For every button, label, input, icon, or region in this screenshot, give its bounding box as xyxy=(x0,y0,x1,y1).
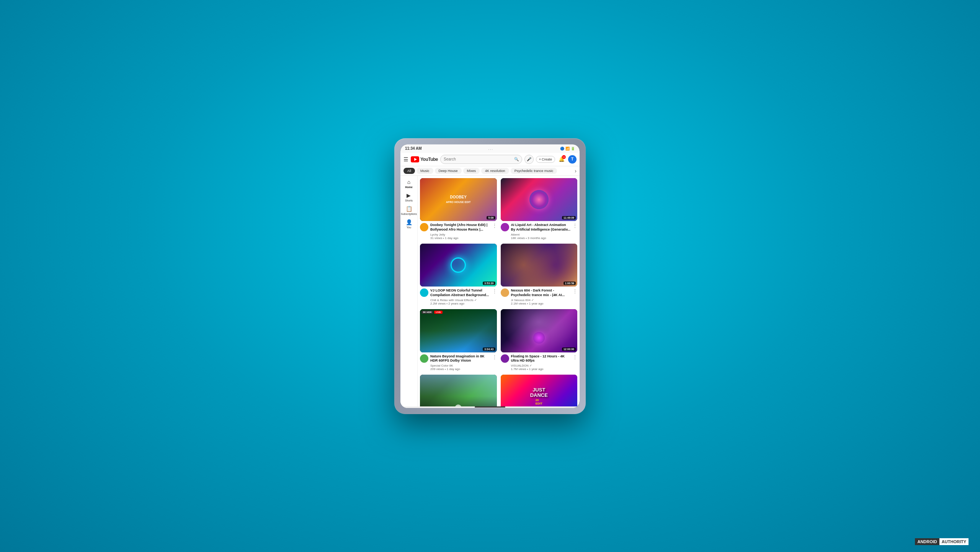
video-card-3[interactable]: 3:53:20 VJ LOOP NEON Colorful Tunnel Com… xyxy=(420,244,497,305)
bottom-bar xyxy=(400,406,580,408)
video-duration-1: 5:08 xyxy=(487,216,495,219)
subscriptions-icon: 📋 xyxy=(406,206,412,212)
create-button[interactable]: + Create xyxy=(536,156,555,163)
video-card-6[interactable]: 12:00:00 Floating In Space - 12 Hours - … xyxy=(501,309,578,371)
video-stats-3: 2.2M views • 2 years ago xyxy=(430,302,490,305)
sidebar-item-shorts[interactable]: ▶ Shorts xyxy=(405,192,413,202)
mic-button[interactable]: 🎤 xyxy=(524,155,534,164)
youtube-logo-icon xyxy=(411,156,419,162)
video-info-6: Floating In Space - 12 Hours - 4K Ultra … xyxy=(501,352,578,371)
filter-chip-mixes[interactable]: Mixes xyxy=(463,168,480,174)
video-more-1[interactable]: ⋮ xyxy=(492,223,497,228)
video-stats-1: 31 views • 1 day ago xyxy=(430,236,490,240)
watermark-android: ANDROID xyxy=(915,538,939,545)
thumb-image-8: JUSTDANCE 20EDIT xyxy=(501,375,578,406)
you-icon: 👤 xyxy=(406,219,412,225)
sidebar-label-subscriptions: Subscriptions xyxy=(401,213,417,215)
sidebar-item-home[interactable]: ⌂ Home xyxy=(405,179,412,188)
channel-avatar-4 xyxy=(501,288,509,297)
search-bar[interactable]: 🔍 xyxy=(440,155,522,164)
video-thumbnail-7: 7:13:45 xyxy=(420,375,497,406)
video-channel-6: VISUALDON ✓ xyxy=(511,364,571,367)
video-duration-2: 11:49:09 xyxy=(562,216,576,219)
mic-icon: 🎤 xyxy=(527,157,531,161)
video-card-8[interactable]: JUSTDANCE 20EDIT Just Dance 2020 Best Hi… xyxy=(501,375,578,406)
watermark-authority: AUTHORITY xyxy=(939,538,969,545)
video-grid: DOOBEYAFRO HOUSE EDIT 5:08 Doobey Tonigh… xyxy=(418,176,580,406)
video-info-4: Nexxus 604 - Dark Forest - Psychedelic t… xyxy=(501,287,578,305)
video-stats-5: 209 views • 1 day ago xyxy=(430,367,490,371)
video-card-1[interactable]: DOOBEYAFRO HOUSE EDIT 5:08 Doobey Tonigh… xyxy=(420,178,497,240)
video-title-2: AI Liquid Art - Abstract Animation By Ar… xyxy=(511,223,571,232)
video-info-2: AI Liquid Art - Abstract Animation By Ar… xyxy=(501,221,578,239)
filter-chip-music[interactable]: Music xyxy=(416,168,433,174)
plus-icon: + xyxy=(539,157,541,161)
thumb-image-6 xyxy=(501,309,578,352)
video-card-7[interactable]: 7:13:45 Outdoor DJ Set at Glass Greenhou… xyxy=(420,375,497,406)
video-thumbnail-4: 1:00:58 xyxy=(501,244,578,287)
youtube-app: ☰ YouTube 🔍 🎤 + Create 🔔 xyxy=(400,153,580,408)
filter-chip-4k[interactable]: 4K resolution xyxy=(481,168,509,174)
thumb-image-2 xyxy=(501,178,578,221)
video-channel-4: Jr Nexxus 604 ✓ xyxy=(511,298,571,302)
channel-avatar-5 xyxy=(420,354,428,363)
video-thumbnail-2: 11:49:09 xyxy=(501,178,578,221)
filter-more-icon[interactable]: › xyxy=(575,168,577,174)
sidebar-label-shorts: Shorts xyxy=(405,199,413,202)
video-more-6[interactable]: ⋮ xyxy=(573,354,577,360)
video-channel-5: Special Color 8K xyxy=(430,364,490,367)
video-card-5[interactable]: 8K HDR LIVE 3:04:43 Nature Beyond Imagin… xyxy=(420,309,497,371)
user-avatar[interactable]: T xyxy=(568,155,577,164)
video-more-2[interactable]: ⋮ xyxy=(573,223,577,228)
filter-chips-bar: All Music Deep House Mixes 4K resolution… xyxy=(400,166,580,176)
video-stats-4: 2.1M views • 1 year ago xyxy=(511,302,571,305)
video-meta-5: Nature Beyond Imagination in 8K HDR 60FP… xyxy=(430,354,490,371)
video-more-5[interactable]: ⋮ xyxy=(492,354,497,360)
video-meta-4: Nexxus 604 - Dark Forest - Psychedelic t… xyxy=(511,288,571,305)
channel-avatar-3 xyxy=(420,288,428,297)
video-meta-3: VJ LOOP NEON Colorful Tunnel Compilation… xyxy=(430,288,490,305)
channel-avatar-6 xyxy=(501,354,509,363)
video-duration-3: 3:53:20 xyxy=(483,282,495,285)
status-icons: 🔵 📶 🔋 xyxy=(560,147,575,151)
video-title-1: Doobey Tonight (Afro House Edit) | Bolly… xyxy=(430,223,490,232)
status-time: 11:34 AM xyxy=(405,146,422,151)
thumb-image-5: 8K HDR LIVE xyxy=(420,309,497,352)
video-title-6: Floating In Space - 12 Hours - 4K Ultra … xyxy=(511,354,571,363)
video-thumbnail-6: 12:00:00 xyxy=(501,309,578,352)
video-title-5: Nature Beyond Imagination in 8K HDR 60FP… xyxy=(430,354,490,363)
menu-icon[interactable]: ☰ xyxy=(403,156,408,162)
sidebar-item-subscriptions[interactable]: 📋 Subscriptions xyxy=(401,206,417,215)
video-meta-2: AI Liquid Art - Abstract Animation By Ar… xyxy=(511,223,571,239)
video-stats-2: 18K views • 3 months ago xyxy=(511,236,571,240)
youtube-logo[interactable]: YouTube xyxy=(411,156,438,162)
filter-chip-deep-house[interactable]: Deep House xyxy=(435,168,462,174)
filter-chip-psychedelic[interactable]: Psychedelic trance music xyxy=(511,168,557,174)
thumb-image-1: DOOBEYAFRO HOUSE EDIT xyxy=(420,178,497,221)
notifications-button[interactable]: 🔔 13 xyxy=(557,155,566,164)
video-thumbnail-3: 3:53:20 xyxy=(420,244,497,287)
video-duration-4: 1:00:58 xyxy=(564,282,576,285)
search-input[interactable] xyxy=(444,157,513,161)
sidebar: ⌂ Home ▶ Shorts 📋 Subscriptions 👤 You xyxy=(400,176,418,406)
channel-avatar-1 xyxy=(420,223,428,231)
search-icon: 🔍 xyxy=(514,157,519,161)
sidebar-item-you[interactable]: 👤 You xyxy=(406,219,412,229)
create-label: Create xyxy=(542,157,552,161)
video-title-4: Nexxus 604 - Dark Forest - Psychedelic t… xyxy=(511,288,571,297)
video-card-2[interactable]: 11:49:09 AI Liquid Art - Abstract Animat… xyxy=(501,178,578,240)
video-more-3[interactable]: ⋮ xyxy=(492,288,497,294)
video-card-4[interactable]: 1:00:58 Nexxus 604 - Dark Forest - Psych… xyxy=(501,244,578,305)
filter-chip-all[interactable]: All xyxy=(403,168,415,174)
watermark: ANDROID AUTHORITY xyxy=(915,538,969,545)
video-duration-6: 12:00:00 xyxy=(562,347,576,351)
video-channel-2: Aibent xyxy=(511,233,571,236)
video-thumbnail-5: 8K HDR LIVE 3:04:43 xyxy=(420,309,497,352)
notification-badge: 13 xyxy=(562,155,566,159)
video-meta-6: Floating In Space - 12 Hours - 4K Ultra … xyxy=(511,354,571,371)
video-channel-1: Lychy Jelly xyxy=(430,233,490,236)
thumb-image-3 xyxy=(420,244,497,287)
video-more-4[interactable]: ⋮ xyxy=(573,288,577,294)
video-info-3: VJ LOOP NEON Colorful Tunnel Compilation… xyxy=(420,287,497,305)
main-content: ⌂ Home ▶ Shorts 📋 Subscriptions 👤 You xyxy=(400,176,580,406)
